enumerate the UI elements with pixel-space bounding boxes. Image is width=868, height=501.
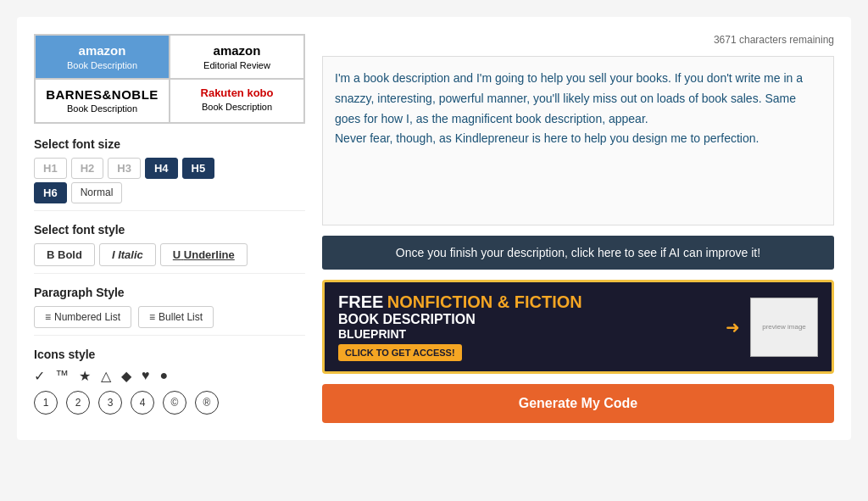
blueprint-image: preview image [750,298,818,357]
ai-banner[interactable]: Once you finish your description, click … [322,236,834,270]
icon-triangle[interactable]: △ [101,368,111,384]
editor-content: I'm a book description and I'm going to … [335,69,821,149]
font-size-h2[interactable]: H2 [71,158,104,179]
platform-rakuten-book[interactable]: Rakuten kobo Book Description [170,79,304,123]
platform-amazon-editorial[interactable]: amazon Editorial Review [170,35,304,79]
font-style-label: Select font style [34,223,305,237]
blueprint-free: FREE NONFICTION & FICTION [338,292,715,312]
icon-trademark[interactable]: ™ [55,368,69,383]
blueprint-sub: BLUEPRINT [338,327,715,341]
icon-circle-2[interactable]: 2 [66,391,90,415]
icons-row2: 1 2 3 4 © ® [34,391,305,415]
bullet-list-btn[interactable]: ≡ Bullet List [138,306,214,328]
font-style-italic[interactable]: I Italic [99,243,156,266]
platform-name: Rakuten kobo [179,86,295,101]
icon-star[interactable]: ★ [79,368,91,384]
icons-row1: ✓ ™ ★ △ ◆ ♥ ● [34,368,305,384]
blueprint-cta[interactable]: CLICK TO GET ACCESS! [338,344,462,361]
platform-sub: Book Description [44,59,160,71]
left-panel: amazon Book Description amazon Editorial… [34,34,305,423]
ai-banner-text: Once you finish your description, click … [396,246,760,259]
platform-bn-book[interactable]: BARNES&NOBLE Book Description [35,79,170,123]
font-size-normal[interactable]: Normal [71,182,123,203]
font-size-h1[interactable]: H1 [34,158,67,179]
font-size-row2: H6 Normal [34,182,305,203]
platform-name: amazon [44,42,160,59]
paragraph-style-label: Paragraph Style [34,286,305,299]
numbered-list-btn[interactable]: ≡ Numbered List [34,306,131,328]
generate-button[interactable]: Generate My Code [322,384,834,423]
icon-diamond[interactable]: ◆ [121,368,131,384]
blueprint-banner[interactable]: FREE NONFICTION & FICTION BOOK DESCRIPTI… [322,280,834,374]
char-count: 3671 characters remaining [322,34,834,46]
numbered-list-icon: ≡ [45,311,51,323]
platform-sub: Book Description [179,101,295,113]
icon-heart[interactable]: ♥ [142,368,150,383]
font-size-h3[interactable]: H3 [108,158,141,179]
font-size-h5[interactable]: H5 [182,158,215,179]
font-size-h4[interactable]: H4 [145,158,178,179]
right-panel: 3671 characters remaining I'm a book des… [322,34,834,423]
paragraph-row: ≡ Numbered List ≡ Bullet List [34,306,305,328]
font-size-label: Select font size [34,137,305,151]
platform-name: amazon [179,42,295,59]
icons-style-label: Icons style [34,348,305,361]
font-size-row: H1 H2 H3 H4 H5 [34,158,305,179]
platform-sub: Book Description [44,103,160,114]
platform-sub: Editorial Review [179,59,295,71]
icon-circle-4[interactable]: 4 [131,391,154,415]
platform-grid: amazon Book Description amazon Editorial… [34,34,305,124]
icon-checkmark[interactable]: ✓ [34,368,45,384]
icon-circle-1[interactable]: 1 [34,391,58,415]
blueprint-title: BOOK DESCRIPTION [338,312,715,327]
platform-name: BARNES&NOBLE [44,86,160,103]
bullet-list-icon: ≡ [149,311,155,323]
font-style-bold[interactable]: B Bold [34,243,95,266]
arrow-icon: ➜ [726,317,740,337]
platform-amazon-book[interactable]: amazon Book Description [35,35,170,79]
icon-circle-filled[interactable]: ● [160,368,169,383]
font-style-underline[interactable]: U Underline [160,243,248,266]
icon-circle-3[interactable]: 3 [98,391,122,415]
blueprint-text: FREE NONFICTION & FICTION BOOK DESCRIPTI… [338,292,715,361]
icon-circle-registered[interactable]: ® [195,391,219,415]
icon-circle-copyright[interactable]: © [163,391,186,415]
text-editor[interactable]: I'm a book description and I'm going to … [322,56,834,225]
font-style-row: B Bold I Italic U Underline [34,243,305,266]
font-size-h6[interactable]: H6 [34,182,67,203]
